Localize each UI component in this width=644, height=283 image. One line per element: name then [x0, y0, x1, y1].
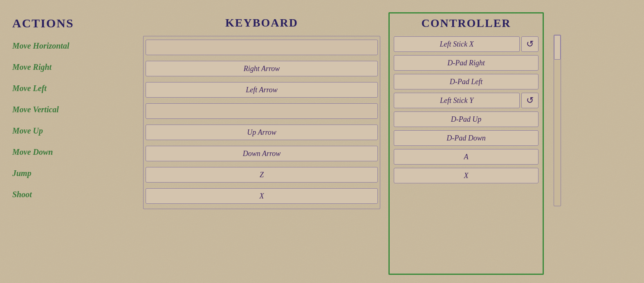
list-item: Z — [146, 166, 378, 184]
action-label-jump: Jump — [12, 166, 31, 180]
page-container: ACTIONS Move Horizontal Move Right Move … — [0, 0, 644, 283]
controller-header: CONTROLLER — [394, 17, 539, 30]
keyboard-inner-border: Right Arrow Left Arrow Up Arrow Down Arr… — [143, 36, 380, 209]
scrollbar-thumb[interactable] — [554, 35, 561, 60]
controller-key-a[interactable]: A — [394, 149, 539, 165]
scrollbar-area — [548, 12, 564, 275]
controller-key-dpad-right[interactable]: D-Pad Right — [394, 55, 539, 71]
keyboard-header: KEYBOARD — [143, 16, 380, 29]
list-item: Move Left — [12, 79, 135, 97]
actions-header: ACTIONS — [12, 16, 135, 30]
list-item: Move Vertical — [12, 100, 135, 118]
keyboard-key-empty-1[interactable] — [146, 40, 378, 55]
controller-key-left-stick-x[interactable]: Left Stick X — [394, 36, 520, 52]
scrollbar-track[interactable] — [554, 35, 561, 206]
list-item: X — [394, 168, 539, 183]
axis-icon-y: ↺ — [526, 95, 534, 106]
list-item: Shoot — [12, 185, 135, 203]
list-item — [146, 38, 378, 56]
action-label-move-up: Move Up — [12, 124, 43, 138]
controller-key-left-stick-y[interactable]: Left Stick Y — [394, 93, 520, 108]
controller-key-dpad-down[interactable]: D-Pad Down — [394, 130, 539, 146]
actions-rows: Move Horizontal Move Right Move Left Mov… — [12, 37, 135, 205]
action-label-move-vertical: Move Vertical — [12, 103, 59, 117]
controller-column: CONTROLLER Left Stick X ↺ D-Pad Right D-… — [388, 12, 544, 275]
keyboard-key-right-arrow[interactable]: Right Arrow — [146, 61, 378, 76]
actions-column: ACTIONS Move Horizontal Move Right Move … — [12, 12, 135, 275]
action-label-shoot: Shoot — [12, 187, 32, 202]
list-item: Left Arrow — [146, 81, 378, 99]
list-item: Down Arrow — [146, 145, 378, 163]
keyboard-key-z[interactable]: Z — [146, 167, 378, 183]
list-item: X — [146, 187, 378, 205]
list-item: Up Arrow — [146, 123, 378, 141]
list-item: Move Right — [12, 58, 135, 76]
keyboard-key-empty-2[interactable] — [146, 103, 378, 119]
keyboard-column: KEYBOARD Right Arrow Left Arrow Up Arrow — [135, 12, 388, 275]
action-label-move-right: Move Right — [12, 60, 52, 74]
list-item: Move Down — [12, 143, 135, 161]
keyboard-key-up-arrow[interactable]: Up Arrow — [146, 125, 378, 140]
list-item: Jump — [12, 164, 135, 182]
controller-rows: Left Stick X ↺ D-Pad Right D-Pad Left Le… — [394, 36, 539, 185]
action-label-move-horizontal: Move Horizontal — [12, 39, 69, 53]
keyboard-key-down-arrow[interactable]: Down Arrow — [146, 146, 378, 161]
list-item: D-Pad Left — [394, 74, 539, 89]
controller-key-dpad-left[interactable]: D-Pad Left — [394, 74, 539, 89]
keyboard-key-left-arrow[interactable]: Left Arrow — [146, 82, 378, 98]
axis-button-y[interactable]: ↺ — [521, 93, 539, 108]
action-label-move-left: Move Left — [12, 81, 47, 96]
list-item: Left Stick X ↺ — [394, 36, 539, 52]
action-label-move-down: Move Down — [12, 145, 53, 159]
list-item — [146, 102, 378, 120]
controller-key-x[interactable]: X — [394, 168, 539, 183]
controller-key-dpad-up[interactable]: D-Pad Up — [394, 111, 539, 127]
axis-icon-x: ↺ — [526, 39, 534, 49]
list-item: Left Stick Y ↺ — [394, 93, 539, 108]
list-item: Move Up — [12, 122, 135, 140]
keyboard-rows: Right Arrow Left Arrow Up Arrow Down Arr… — [146, 38, 378, 207]
keyboard-key-x[interactable]: X — [146, 188, 378, 204]
list-item: Right Arrow — [146, 60, 378, 78]
list-item: D-Pad Down — [394, 130, 539, 146]
list-item: D-Pad Right — [394, 55, 539, 71]
axis-button-x[interactable]: ↺ — [521, 36, 539, 52]
list-item: D-Pad Up — [394, 111, 539, 127]
list-item: Move Horizontal — [12, 37, 135, 55]
list-item: A — [394, 149, 539, 165]
